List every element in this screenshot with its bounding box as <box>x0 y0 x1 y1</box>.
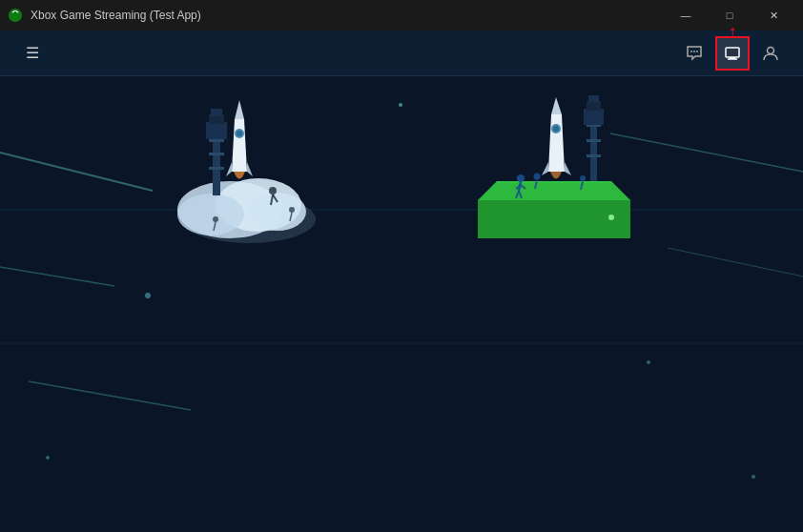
console-card: Console Streaming Join the Xbox Insider … <box>440 95 669 324</box>
profile-icon <box>762 45 779 62</box>
xcloud-card: Project xCloud A collection of games you… <box>134 95 363 324</box>
svg-point-34 <box>237 131 242 136</box>
console-title: Console Streaming <box>489 269 620 285</box>
cast-icon <box>724 45 741 62</box>
svg-point-38 <box>213 216 218 222</box>
svg-rect-30 <box>206 122 227 139</box>
console-illustration <box>449 95 659 257</box>
hero-section: Project xCloud A collection of games you… <box>0 95 803 404</box>
svg-rect-28 <box>209 153 224 155</box>
privacy-statement-link[interactable]: Privacy statement <box>353 501 451 515</box>
sign-in-button[interactable]: SIGN IN <box>335 458 468 492</box>
feedback-icon <box>686 45 703 62</box>
profile-button[interactable] <box>753 36 788 71</box>
svg-rect-32 <box>211 109 222 116</box>
svg-rect-43 <box>590 124 597 181</box>
header-left: ☰ <box>15 36 50 71</box>
title-bar-controls: — □ ✕ <box>664 0 795 31</box>
svg-point-24 <box>177 194 244 235</box>
xcloud-illustration <box>144 95 354 257</box>
svg-rect-47 <box>584 109 604 125</box>
feedback-button[interactable] <box>677 36 711 71</box>
svg-point-42 <box>608 215 614 220</box>
main-content: Project xCloud A collection of games you… <box>0 76 803 532</box>
svg-rect-4 <box>726 48 739 57</box>
svg-rect-29 <box>209 167 224 170</box>
xcloud-title: Project xCloud <box>198 269 299 285</box>
svg-point-60 <box>580 175 586 181</box>
title-bar-left: Xbox Game Streaming (Test App) <box>8 8 201 23</box>
hamburger-menu-button[interactable]: ☰ <box>15 36 50 71</box>
svg-point-7 <box>768 47 774 53</box>
svg-point-1 <box>690 51 692 52</box>
svg-point-35 <box>269 187 277 194</box>
svg-point-25 <box>249 193 306 231</box>
svg-point-2 <box>693 51 695 52</box>
cast-button[interactable]: ↑ <box>715 36 750 71</box>
window-title: Xbox Game Streaming (Test App) <box>31 9 201 22</box>
svg-point-58 <box>534 174 541 180</box>
hamburger-icon: ☰ <box>26 44 39 62</box>
svg-rect-49 <box>588 95 599 102</box>
svg-rect-48 <box>587 101 601 111</box>
maximize-button[interactable]: □ <box>708 0 752 31</box>
close-button[interactable]: ✕ <box>752 0 795 31</box>
svg-rect-45 <box>587 139 601 142</box>
buttons-section: LEARN MORE SIGN IN Privacy statement <box>335 414 468 524</box>
console-scene-svg <box>449 95 659 248</box>
title-bar: Xbox Game Streaming (Test App) — □ ✕ <box>0 0 803 31</box>
app-icon <box>8 8 23 23</box>
svg-rect-46 <box>587 154 601 157</box>
xcloud-scene-svg <box>144 95 354 248</box>
svg-point-51 <box>553 126 559 132</box>
svg-point-52 <box>517 174 525 182</box>
learn-more-button[interactable]: LEARN MORE <box>335 414 468 448</box>
app-header: ☰ ↑ <box>0 31 803 76</box>
svg-point-18 <box>752 475 755 479</box>
xcloud-description: A collection of games you can stream dir… <box>154 291 344 324</box>
svg-point-40 <box>289 207 295 213</box>
svg-point-17 <box>46 456 50 460</box>
minimize-button[interactable]: — <box>664 0 708 31</box>
svg-point-3 <box>696 51 698 52</box>
console-description: Join the Xbox Insider Program to stream … <box>459 291 649 324</box>
header-right: ↑ <box>677 36 788 71</box>
